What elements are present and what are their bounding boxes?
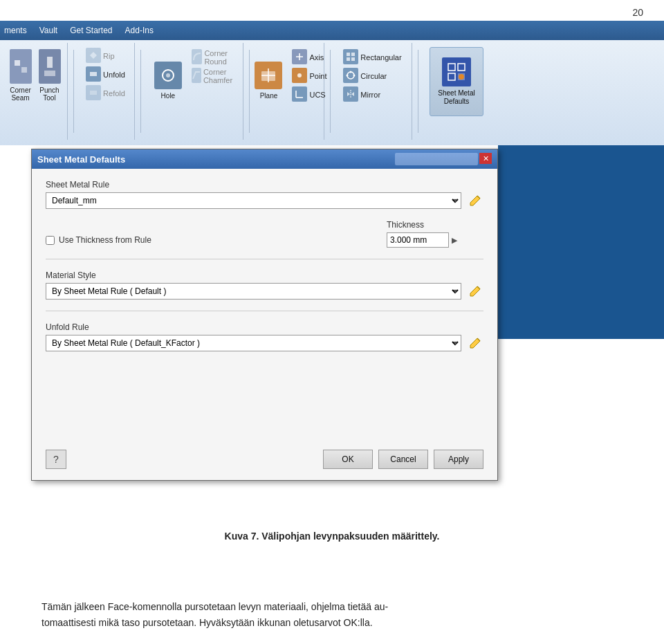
svg-point-23	[347, 75, 349, 77]
ribbon-item-rectangular[interactable]: Rectangular	[342, 48, 403, 66]
rip-label: Rip	[103, 52, 115, 60]
rule-dropdown[interactable]: Default_mm Custom_mm	[46, 192, 461, 209]
dialog-body: Sheet Metal Rule Default_mm Custom_mm	[32, 169, 497, 480]
mirror-icon	[343, 86, 358, 102]
ribbon-group-axis: Plane Axis	[255, 43, 324, 140]
unfold-label: Unfold	[103, 71, 125, 79]
ribbon-item-axis[interactable]: Axis	[290, 48, 328, 66]
ribbon-item-refold[interactable]: Refold	[84, 84, 127, 102]
menu-get-started[interactable]: Get Started	[70, 26, 112, 35]
hole-label: Hole	[161, 92, 176, 100]
material-dropdown[interactable]: By Sheet Metal Rule ( Default ) Custom M…	[46, 283, 461, 300]
divider-2	[140, 50, 141, 133]
unfold-edit-button[interactable]	[467, 335, 483, 351]
punch-svg-icon	[42, 55, 57, 77]
ribbon-item-punch[interactable]: Punch Tool	[36, 47, 64, 104]
svg-rect-0	[15, 60, 20, 66]
checkbox-container: Use Thickness from Rule	[46, 220, 151, 245]
svg-point-31	[459, 74, 464, 80]
ribbon-stack-4: Axis Point	[290, 48, 328, 104]
sheet-metal-defaults-dialog: Sheet Metal Defaults ✕ Sheet Metal Rule …	[31, 149, 498, 481]
circular-svg	[346, 71, 356, 80]
material-edit-button[interactable]	[467, 283, 483, 300]
rip-icon	[86, 48, 101, 63]
ribbon-stack-3: Corner Round Corner Chamfer	[190, 48, 239, 85]
rip-svg	[89, 50, 98, 60]
menu-vault[interactable]: Vault	[39, 26, 57, 35]
corner-chamfer-label: Corner Chamfer	[203, 68, 238, 84]
svg-point-7	[166, 73, 170, 77]
help-button[interactable]: ?	[46, 450, 66, 469]
body-line2: tomaattisesti mikä taso pursotetaan. Hyv…	[42, 617, 373, 628]
ribbon-item-corner[interactable]: Corner Seam	[7, 47, 35, 104]
axis-svg	[295, 52, 304, 62]
use-thickness-checkbox[interactable]	[46, 236, 55, 245]
corner-chamfer-svg	[192, 71, 201, 80]
ucs-icon	[292, 86, 307, 102]
corner-svg-icon	[12, 58, 29, 75]
ribbon-item-mirror[interactable]: Mirror	[342, 86, 403, 104]
ribbon: ments Vault Get Started Add-Ins Corner S…	[0, 21, 664, 145]
menu-ments[interactable]: ments	[4, 26, 27, 35]
ribbon-group-pattern: Rectangular Circular	[336, 43, 412, 140]
plane-svg	[259, 66, 278, 85]
ribbon-item-hole[interactable]: Hole	[147, 46, 189, 115]
separator-2	[46, 311, 483, 311]
dialog-buttons: ? OK Cancel Apply	[46, 443, 483, 469]
svg-point-22	[353, 75, 356, 77]
svg-rect-16	[347, 53, 350, 56]
ribbon-content: Corner Seam Punch Tool	[0, 40, 664, 145]
smd-svg	[445, 61, 468, 83]
menu-add-ins[interactable]: Add-Ins	[125, 26, 154, 35]
svg-rect-2	[47, 57, 53, 68]
ribbon-item-corner-chamfer[interactable]: Corner Chamfer	[190, 67, 239, 85]
ribbon-item-ucs[interactable]: UCS	[290, 86, 328, 104]
svg-rect-1	[21, 67, 27, 73]
unfold-dropdown[interactable]: By Sheet Metal Rule ( Default_KFactor ) …	[46, 335, 461, 351]
unfold-select-wrapper: By Sheet Metal Rule ( Default_KFactor ) …	[46, 335, 461, 351]
svg-point-13	[297, 73, 302, 77]
ribbon-item-plane[interactable]: Plane	[248, 46, 289, 115]
rectangular-label: Rectangular	[360, 53, 401, 62]
ribbon-menubar: ments Vault Get Started Add-Ins	[0, 21, 664, 40]
ribbon-item-corner-round[interactable]: Corner Round	[190, 48, 239, 66]
mirror-svg	[346, 89, 356, 99]
dialog-close-button[interactable]: ✕	[479, 153, 492, 164]
ribbon-item-point[interactable]: Point	[290, 67, 328, 85]
unfold-svg	[89, 69, 98, 79]
hole-svg	[158, 66, 178, 85]
material-section-label: Material Style	[46, 270, 483, 280]
ribbon-item-unfold[interactable]: Unfold	[84, 66, 127, 84]
point-icon	[292, 68, 307, 83]
material-section: Material Style By Sheet Metal Rule ( Def…	[46, 270, 483, 300]
ribbon-item-rip[interactable]: Rip	[84, 47, 127, 65]
rule-form-row: Default_mm Custom_mm	[46, 192, 483, 209]
corner-round-icon	[192, 49, 203, 64]
use-thickness-label: Use Thickness from Rule	[59, 235, 151, 245]
unfold-form-row: By Sheet Metal Rule ( Default_KFactor ) …	[46, 335, 483, 351]
thickness-arrow[interactable]: ▶	[452, 236, 457, 245]
ribbon-item-circular[interactable]: Circular	[342, 67, 403, 85]
rule-section-label: Sheet Metal Rule	[46, 180, 483, 190]
cancel-button[interactable]: Cancel	[378, 450, 428, 469]
ribbon-items-row-4: Plane Axis	[248, 46, 328, 138]
divider-4	[330, 50, 331, 133]
svg-rect-17	[351, 53, 355, 56]
ribbon-stack-2: Rip Unfold Refold	[84, 47, 127, 102]
sheet-metal-defaults-button[interactable]: Sheet MetalDefaults	[430, 47, 483, 116]
rule-edit-button[interactable]	[467, 192, 483, 209]
punch-icon	[39, 49, 61, 84]
corner-icon	[10, 49, 32, 84]
ribbon-group-rip: Rip Unfold Refold	[80, 43, 135, 140]
unfold-icon	[86, 66, 101, 82]
thickness-section: Thickness ▶	[387, 220, 483, 248]
thickness-input[interactable]	[387, 232, 449, 248]
divider-5	[418, 50, 418, 133]
ok-button[interactable]: OK	[323, 450, 373, 469]
ribbon-group-hole: Hole Corner Round	[147, 43, 243, 140]
apply-button[interactable]: Apply	[434, 450, 483, 469]
ribbon-items-row-3: Hole Corner Round	[147, 46, 239, 138]
refold-label: Refold	[103, 89, 125, 98]
corner-label: Corner	[10, 86, 31, 94]
corner-chamfer-icon	[192, 68, 201, 83]
